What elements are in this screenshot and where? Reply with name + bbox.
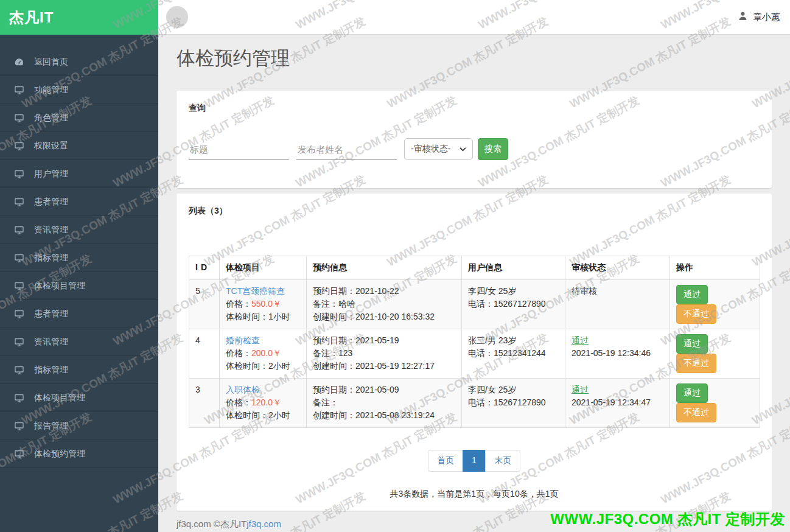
reject-button[interactable]: 不通过: [676, 354, 716, 373]
col-header-status: 审核状态: [565, 256, 670, 280]
cell-status: 待审核: [565, 280, 670, 329]
cell-status: 通过2021-05-19 12:34:46: [565, 329, 670, 379]
audit-status-select-value: -审核状态-: [411, 144, 450, 155]
sidebar-item[interactable]: 用户管理: [0, 160, 158, 188]
user-line: 电话：15267127890: [468, 396, 559, 409]
sidebar-item-label: 返回首页: [34, 57, 68, 68]
monitor-icon: [14, 449, 25, 459]
status-text[interactable]: 通过: [572, 334, 663, 347]
col-header-id: ID: [189, 256, 220, 280]
sidebar-item[interactable]: 体检项目管理: [0, 384, 158, 412]
cell-project: 入职体检价格：120.0￥体检时间：2小时: [220, 379, 307, 428]
pagination-first-button[interactable]: 首页: [428, 450, 463, 472]
page-title: 体检预约管理: [177, 48, 772, 69]
table-row: 4婚前检查价格：200.0￥体检时间：2小时预约日期：2021-05-19备注：…: [189, 329, 760, 379]
user-line: 李四/女 25岁: [468, 383, 559, 396]
sidebar-item-label: 用户管理: [34, 169, 68, 180]
project-duration: 体检时间：2小时: [226, 360, 300, 373]
monitor-icon: [14, 141, 25, 151]
cell-user: 李四/女 25岁电话：15267127890: [462, 379, 565, 428]
cell-status: 通过2021-05-19 12:34:47: [565, 379, 670, 428]
booking-line: 预约日期：2021-05-09: [313, 383, 455, 396]
project-link[interactable]: TCT宫颈癌筛查: [226, 286, 285, 296]
monitor-icon: [14, 309, 25, 319]
cell-user: 李四/女 25岁电话：15267127890: [462, 280, 565, 329]
user-line: 电话：15267127890: [468, 298, 559, 310]
sidebar-item[interactable]: 角色管理: [0, 104, 158, 132]
sidebar-item-label: 患者管理: [34, 197, 68, 208]
monitor-icon: [14, 225, 25, 235]
search-panel: 查询 -审核状态- 搜索: [177, 91, 772, 188]
monitor-icon: [14, 393, 25, 403]
booking-line: 预约日期：2021-05-19: [313, 334, 455, 347]
project-link[interactable]: 婚前检查: [226, 335, 260, 345]
audit-status-select[interactable]: -审核状态-: [404, 138, 473, 160]
sidebar-item[interactable]: 权限设置: [0, 132, 158, 160]
footer: jf3q.com ©杰凡ITjf3q.com: [177, 519, 772, 530]
cell-project: 婚前检查价格：200.0￥体检时间：2小时: [220, 329, 307, 379]
approve-button[interactable]: 通过: [676, 334, 708, 354]
sidebar-item[interactable]: 指标管理: [0, 356, 158, 384]
project-price: 价格：200.0￥: [226, 347, 300, 360]
sidebar-item[interactable]: 体检项目管理: [0, 272, 158, 300]
user-line: 电话：15212341244: [468, 347, 559, 360]
sidebar-item[interactable]: 体检预约管理: [0, 440, 158, 468]
approve-button[interactable]: 通过: [676, 383, 708, 403]
pagination: 首页 1 末页: [189, 450, 760, 472]
sidebar-menu: 返回首页功能管理角色管理权限设置用户管理患者管理资讯管理指标管理体检项目管理患者…: [0, 48, 158, 468]
price-value: 120.0￥: [251, 397, 281, 407]
col-header-booking: 预约信息: [307, 256, 462, 280]
table-row: 5TCT宫颈癌筛查价格：550.0￥体检时间：1小时预约日期：2021-10-2…: [189, 280, 760, 329]
user-menu[interactable]: 章小蕙: [738, 0, 780, 34]
topbar: 章小蕙: [158, 0, 790, 35]
cell-actions: 通过不通过: [670, 329, 760, 379]
footer-copyright: jf3q.com ©杰凡IT: [177, 519, 246, 529]
cell-actions: 通过不通过: [670, 280, 760, 329]
cell-user: 张三/男 23岁电话：15212341244: [462, 329, 565, 379]
project-link[interactable]: 入职体检: [226, 385, 260, 394]
pagination-last-button[interactable]: 末页: [485, 450, 520, 472]
cell-id: 3: [189, 379, 220, 428]
sidebar-item[interactable]: 指标管理: [0, 244, 158, 272]
price-value: 200.0￥: [251, 348, 281, 358]
sidebar-item-label: 指标管理: [34, 253, 68, 264]
sidebar-item[interactable]: 资讯管理: [0, 216, 158, 244]
table-row: 3入职体检价格：120.0￥体检时间：2小时预约日期：2021-05-09备注：…: [189, 379, 760, 428]
sidebar-toggle-button[interactable]: [166, 6, 188, 28]
approve-button[interactable]: 通过: [676, 285, 708, 304]
reject-button[interactable]: 不通过: [676, 403, 716, 422]
publisher-name-input[interactable]: [296, 139, 397, 160]
list-panel-title: 列表（3）: [189, 206, 760, 217]
booking-line: 创建时间：2021-10-20 16:53:32: [313, 310, 455, 323]
sidebar-item[interactable]: 返回首页: [0, 48, 158, 76]
booking-line: 备注：123: [313, 347, 455, 360]
sidebar-item[interactable]: 患者管理: [0, 300, 158, 328]
chevron-down-icon: [460, 147, 466, 152]
brand-logo: 杰凡IT: [0, 0, 158, 35]
cell-id: 4: [189, 329, 220, 379]
status-text[interactable]: 通过: [572, 383, 663, 396]
reject-button[interactable]: 不通过: [676, 304, 716, 324]
booking-line: 备注：哈哈: [313, 298, 455, 310]
sidebar-item-label: 报告管理: [34, 421, 68, 432]
footer-link[interactable]: jf3q.com: [246, 519, 281, 529]
title-input[interactable]: [189, 139, 289, 160]
user-name: 章小蕙: [753, 12, 780, 23]
pagination-current-page[interactable]: 1: [463, 450, 486, 472]
pagination-summary: 共3条数据，当前是第1页，每页10条，共1页: [189, 489, 760, 500]
main-content: 体检预约管理 查询 -审核状态- 搜索 列表（3） ID 体检项目 预约信息: [158, 35, 790, 532]
monitor-icon: [14, 337, 25, 347]
table-header-row: ID 体检项目 预约信息 用户信息 审核状态 操作: [189, 256, 760, 280]
sidebar-item[interactable]: 资讯管理: [0, 328, 158, 356]
search-button[interactable]: 搜索: [478, 138, 508, 160]
cell-booking: 预约日期：2021-05-09备注：创建时间：2021-05-08 23:19:…: [307, 379, 462, 428]
monitor-icon: [14, 253, 25, 263]
sidebar-item-label: 权限设置: [34, 141, 68, 152]
sidebar-item[interactable]: 报告管理: [0, 412, 158, 440]
sidebar-item[interactable]: 患者管理: [0, 188, 158, 216]
sidebar-item-label: 体检预约管理: [34, 449, 85, 460]
list-panel: 列表（3） ID 体检项目 预约信息 用户信息 审核状态 操作 5TCT宫颈癌筛…: [177, 194, 772, 511]
sidebar-item-label: 资讯管理: [34, 337, 68, 348]
booking-line: 备注：: [313, 396, 455, 409]
sidebar-item[interactable]: 功能管理: [0, 76, 158, 104]
